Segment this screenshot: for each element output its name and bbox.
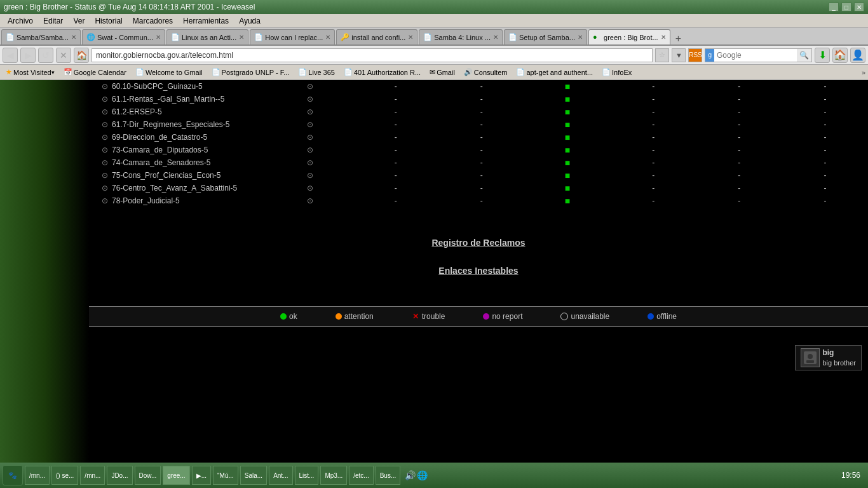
menu-ver[interactable]: Ver	[68, 15, 90, 27]
url-input[interactable]	[92, 48, 653, 62]
new-tab-button[interactable]: +	[672, 33, 685, 44]
search-input[interactable]	[714, 49, 797, 62]
tab-close-0[interactable]: ✕	[71, 34, 76, 41]
bookmark-label-5: 401 Authorization R...	[354, 69, 421, 76]
bookmark-aptget[interactable]: 📄 apt-get and authent...	[513, 67, 596, 77]
taskbar-item-8[interactable]: Sala...	[240, 466, 267, 485]
row-name-cell: ⊙69-Direccion_de_Catastro-5	[89, 131, 267, 144]
menu-marcadores[interactable]: Marcadores	[128, 15, 178, 27]
tab-close-4[interactable]: ✕	[408, 34, 413, 41]
close-button[interactable]: ✕	[854, 3, 864, 11]
status-cell: -	[438, 156, 524, 169]
bookmark-label-3: Postgrado UNLP - F...	[222, 69, 290, 76]
home-button2[interactable]: 🏠	[832, 48, 848, 63]
bookmark-live365[interactable]: 📄 Live 365	[295, 67, 338, 77]
minimize-button[interactable]: _	[829, 3, 839, 11]
forward-button[interactable]: ▶	[20, 48, 36, 63]
taskbar-item-1[interactable]: () se...	[51, 466, 78, 485]
feed-button[interactable]: RSS	[688, 48, 702, 62]
reload-button[interactable]: ↺	[38, 48, 53, 63]
status-cell: -	[696, 144, 782, 156]
tab-4[interactable]: 🔑 install and confi... ✕	[336, 29, 417, 44]
registro-link[interactable]: Registro de Reclamos	[431, 238, 525, 248]
maximize-button[interactable]: □	[841, 3, 851, 11]
taskbar-item-10[interactable]: List...	[295, 466, 319, 485]
tab-0[interactable]: 📄 Samba/Samba... ✕	[1, 29, 81, 44]
bookmark-most-visited[interactable]: ★ Most Visited ▾	[3, 67, 58, 77]
status-cell: -	[611, 156, 696, 169]
bookmark-star[interactable]: ☆	[655, 48, 669, 62]
status-cell: -	[438, 105, 524, 118]
menu-archivo[interactable]: Archivo	[3, 15, 38, 27]
bookmarks-more[interactable]: »	[862, 69, 865, 76]
status-cell: ■	[524, 105, 610, 118]
home-button[interactable]: 🏠	[74, 48, 89, 63]
status-cell: -	[782, 144, 868, 156]
legend-ok: ok	[280, 312, 297, 321]
back-button[interactable]: ◀	[3, 48, 18, 63]
tab-close-7[interactable]: ✕	[661, 34, 666, 41]
window-controls[interactable]: _ □ ✕	[829, 3, 864, 11]
menu-historial[interactable]: Historial	[90, 15, 127, 27]
taskbar-item-12[interactable]: /etc...	[349, 466, 373, 485]
taskbar-item-2[interactable]: /mn...	[80, 466, 105, 485]
taskbar-item-3[interactable]: JDo...	[107, 466, 132, 485]
table-row: ⊙60.10-SubCPC_Guinazu-5⊙--■---	[89, 80, 868, 93]
table-row: ⊙73-Camara_de_Diputados-5⊙--■---	[89, 144, 868, 156]
tab-1[interactable]: 🌐 Swat - Commun... ✕	[82, 29, 165, 44]
stop-button[interactable]: ✕	[56, 48, 71, 63]
clock-icon: ⊙	[102, 120, 108, 129]
tab-3[interactable]: 📄 How can I replac... ✕	[250, 29, 335, 44]
tab-close-6[interactable]: ✕	[578, 34, 583, 41]
menu-editar[interactable]: Editar	[38, 15, 68, 27]
offline-label: offline	[656, 312, 677, 321]
bookmark-401[interactable]: 📄 401 Authorization R...	[341, 67, 424, 77]
status-cell: -	[611, 144, 696, 156]
search-button[interactable]: 🔍	[797, 51, 811, 60]
tab-5[interactable]: 📄 Samba 4: Linux ... ✕	[419, 29, 503, 44]
tab-7[interactable]: ● green : Big Brot... ✕	[588, 29, 670, 44]
taskbar-item-9[interactable]: Ant...	[269, 466, 292, 485]
tab-6[interactable]: 📄 Setup of Samba... ✕	[504, 29, 587, 44]
taskbar-item-13[interactable]: Bus...	[376, 466, 401, 485]
tab-close-1[interactable]: ✕	[156, 34, 161, 41]
bb-logo-box: big big brother	[795, 345, 862, 370]
row-label: 60.10-SubCPC_Guinazu-5	[112, 82, 203, 91]
download-button[interactable]: ⬇	[815, 48, 830, 63]
taskbar-item-5[interactable]: gree...	[163, 466, 189, 485]
row-name-cell: ⊙76-Centro_Tec_Avanz_A_Sabattini-5	[89, 182, 267, 194]
taskbar-item-4[interactable]: Dow...	[135, 466, 161, 485]
profile-button[interactable]: 👤	[850, 48, 865, 63]
bookmark-infoex[interactable]: 📄 InfoEx	[599, 67, 635, 77]
bookmark-postgrado[interactable]: 📄 Postgrado UNLP - F...	[208, 67, 293, 77]
tab-close-3[interactable]: ✕	[325, 34, 330, 41]
url-dropdown[interactable]: ▼	[672, 48, 686, 62]
unavailable-dot	[560, 313, 568, 320]
legend-trouble: ✕ trouble	[412, 312, 445, 321]
tab-close-5[interactable]: ✕	[493, 34, 498, 41]
enlaces-link[interactable]: Enlaces Inestables	[438, 266, 518, 276]
tab-close-2[interactable]: ✕	[239, 34, 244, 41]
tab-2[interactable]: 📄 Linux as an Acti... ✕	[166, 29, 248, 44]
bookmark-calendar[interactable]: 📅 Google Calendar	[60, 67, 130, 77]
menu-ayuda[interactable]: Ayuda	[234, 15, 266, 27]
taskbar-item-11[interactable]: Mp3...	[320, 466, 347, 485]
taskbar-item-0[interactable]: /mn...	[25, 466, 50, 485]
titlebar: green : Big Brother - Status @ Tue Aug 1…	[0, 0, 868, 14]
content-area[interactable]: ⊙60.10-SubCPC_Guinazu-5⊙--■---⊙61.1-Rent…	[89, 80, 868, 463]
trouble-label: trouble	[422, 312, 445, 321]
status-cell: -	[611, 169, 696, 182]
status-cell: ⊙	[267, 105, 353, 118]
bookmark-gmail[interactable]: ✉ Gmail	[426, 67, 458, 77]
menu-herramientas[interactable]: Herramientas	[178, 15, 234, 27]
taskbar-item-6[interactable]: ▶...	[192, 466, 211, 485]
taskbar-item-7[interactable]: "Mú...	[213, 466, 238, 485]
taskbar-start-button[interactable]: 🐾	[3, 465, 23, 485]
bookmark-gmail-welcome[interactable]: 📄 Welcome to Gmail	[132, 67, 206, 77]
search-engine-icon[interactable]: g	[705, 49, 714, 62]
status-cell: -	[782, 131, 868, 144]
tab-label-7: green : Big Brot...	[604, 34, 658, 41]
tab-label-1: Swat - Commun...	[97, 34, 153, 41]
bookmark-label-1: Google Calendar	[74, 69, 126, 76]
bookmark-consultem[interactable]: 🔊 Consultem	[461, 67, 511, 77]
